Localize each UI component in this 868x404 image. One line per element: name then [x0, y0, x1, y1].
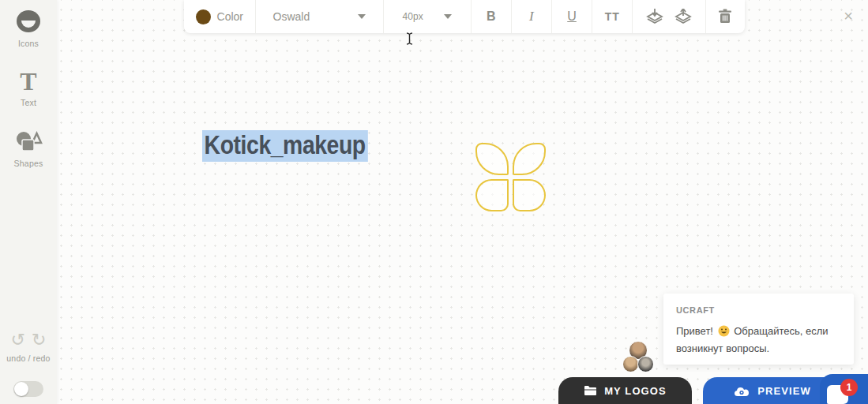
- font-name: Oswald: [273, 10, 310, 23]
- sidebar-item-text[interactable]: T Text: [0, 69, 57, 107]
- tool-sidebar: Icons T Text Shapes ↺ ↻ undo / redo: [0, 0, 57, 404]
- chevron-down-icon: [444, 14, 452, 19]
- send-backward-icon[interactable]: [646, 9, 663, 24]
- font-family-dropdown[interactable]: Oswald: [256, 0, 384, 33]
- close-icon[interactable]: ×: [839, 6, 858, 25]
- petal-top-right: [513, 143, 546, 175]
- folder-icon: [584, 385, 597, 396]
- text-tool-icon: T: [0, 69, 57, 93]
- redo-icon[interactable]: ↻: [32, 331, 46, 349]
- text-format-toolbar: Color Oswald 40px B I U TT: [184, 0, 745, 33]
- logo-flower-shape[interactable]: [475, 143, 546, 211]
- preview-label: PREVIEW: [757, 385, 811, 397]
- undo-redo-label: undo / redo: [0, 354, 57, 363]
- font-size-value: 40px: [403, 11, 423, 22]
- chat-message-card: UCRAFT Привет! Обращайтесь, если возникн…: [663, 294, 854, 365]
- chat-message: Привет! Обращайтесь, если возникнут вопр…: [676, 323, 841, 357]
- color-picker-button[interactable]: Color: [184, 0, 256, 33]
- notification-badge: 1: [840, 379, 858, 396]
- petal-bottom-right: [513, 179, 546, 211]
- smiley-emoji-icon: [718, 325, 730, 337]
- italic-label: I: [529, 9, 534, 24]
- bold-label: B: [487, 9, 496, 24]
- my-logos-button[interactable]: MY LOGOS: [558, 377, 692, 404]
- logo-text-selected[interactable]: Kotick_makeup: [202, 130, 368, 162]
- bold-button[interactable]: B: [472, 0, 512, 33]
- undo-icon[interactable]: ↺: [11, 331, 25, 349]
- uppercase-label: TT: [605, 10, 620, 23]
- font-size-dropdown[interactable]: 40px: [384, 0, 472, 33]
- smiley-icon: [17, 10, 40, 32]
- support-avatar-group[interactable]: [622, 341, 656, 374]
- color-label: Color: [217, 10, 243, 23]
- logo-text-element[interactable]: Kotick_makeup: [202, 130, 395, 162]
- toggle-knob: [14, 382, 28, 396]
- sidebar-item-shapes[interactable]: Shapes: [0, 129, 57, 168]
- undo-redo-group: ↺ ↻ undo / redo: [0, 331, 57, 363]
- sidebar-item-label: Icons: [0, 39, 57, 48]
- text-cursor: [405, 32, 414, 45]
- avatar: [637, 356, 654, 372]
- chat-title: UCRAFT: [676, 305, 841, 315]
- color-swatch: [196, 9, 211, 24]
- chat-message-line2: возникнут вопросы.: [676, 342, 769, 354]
- shapes-icon: [13, 129, 43, 154]
- sidebar-item-icons[interactable]: Icons: [0, 10, 57, 48]
- layer-order-group: [633, 0, 706, 33]
- chat-message-line1: Обращайтесь, если: [734, 325, 828, 337]
- sidebar-item-label: Text: [0, 98, 57, 107]
- my-logos-label: MY LOGOS: [604, 385, 667, 397]
- delete-button[interactable]: [706, 0, 745, 33]
- petal-bottom-left: [475, 179, 509, 211]
- italic-button[interactable]: I: [512, 0, 552, 33]
- underline-button[interactable]: U: [552, 0, 592, 33]
- grid-toggle[interactable]: [13, 381, 43, 397]
- bring-forward-icon[interactable]: [674, 9, 692, 24]
- chat-greeting: Привет!: [676, 325, 713, 337]
- chevron-down-icon: [358, 14, 366, 19]
- petal-top-left: [475, 143, 509, 175]
- trash-icon: [718, 9, 732, 24]
- underline-label: U: [567, 9, 577, 24]
- cloud-eye-icon: [733, 385, 750, 397]
- uppercase-button[interactable]: TT: [592, 0, 633, 33]
- sidebar-item-label: Shapes: [0, 159, 57, 168]
- avatar: [622, 356, 639, 372]
